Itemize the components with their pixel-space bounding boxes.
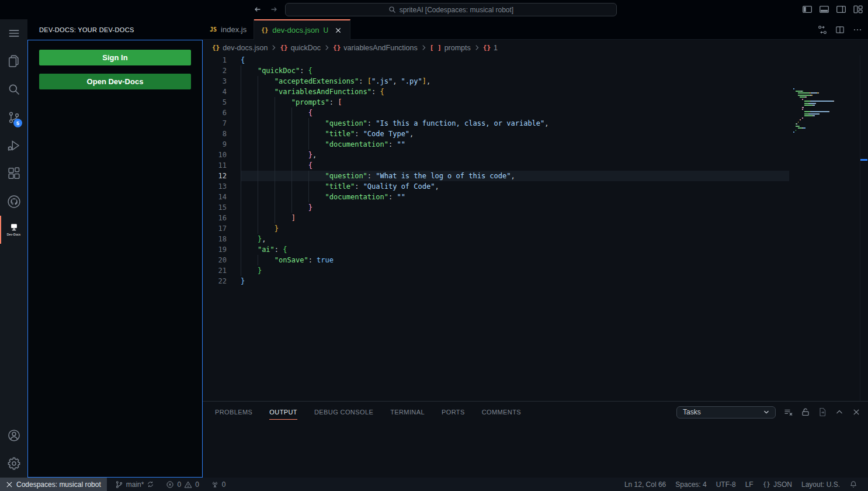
code-line-18[interactable]: }, (241, 234, 789, 244)
tab-dev-docs.json[interactable]: {}dev-docs.jsonU (254, 19, 350, 40)
chevron-right-icon (421, 44, 427, 51)
problems-status[interactable]: 0 0 (162, 478, 202, 491)
code-line-10[interactable]: }, (241, 150, 789, 160)
remote-label: Codespaces: musical robot (16, 480, 101, 489)
activity-item-github[interactable] (0, 188, 27, 216)
activity-item-dev-docs[interactable]: Dev-Docs (0, 216, 27, 244)
keyboard-layout-status[interactable]: Layout: U.S. (797, 478, 845, 491)
close-tab-icon[interactable] (334, 26, 343, 35)
overview-ruler[interactable] (860, 55, 868, 401)
code-line-4[interactable]: "variablesAndFunctions": { (241, 87, 789, 97)
code-line-2[interactable]: "quickDoc": { (241, 65, 789, 76)
lock-icon[interactable] (801, 407, 810, 417)
navigate-forward-button[interactable] (269, 4, 279, 15)
code-line-6[interactable]: { (241, 108, 789, 118)
activity-item-explorer[interactable] (0, 47, 27, 75)
panel-tab-terminal[interactable]: TERMINAL (390, 402, 425, 423)
code-line-8[interactable]: "title": "Code Type", (241, 129, 789, 139)
panel-tab-comments[interactable]: COMMENTS (482, 402, 521, 423)
code-editor[interactable]: 12345678910111213141516171819202122 {"qu… (203, 55, 868, 401)
indent-guide (275, 139, 275, 150)
activity-item-extensions[interactable] (0, 160, 27, 188)
minimap-indent (793, 119, 800, 120)
git-branch-icon (115, 480, 123, 489)
code-line-15[interactable]: } (241, 202, 789, 213)
activity-item-run-and-debug[interactable] (0, 132, 27, 160)
chevron-down-icon (762, 408, 770, 416)
open-changes-icon[interactable] (818, 25, 827, 34)
code-line-21[interactable]: } (241, 265, 789, 276)
minimap-indent (793, 105, 804, 106)
more-actions-icon[interactable] (853, 25, 862, 34)
navigate-back-button[interactable] (252, 4, 263, 15)
indent-guide (258, 108, 258, 118)
minimap-token (796, 130, 797, 131)
minimap[interactable] (793, 88, 859, 134)
code-token: } (308, 203, 313, 212)
git-branch-status[interactable]: main* (112, 478, 158, 491)
indentation-status[interactable]: Spaces: 4 (671, 478, 711, 491)
code-line-12[interactable]: "question": "What is the log o of this c… (241, 171, 789, 181)
minimap-line (793, 127, 859, 129)
sign-in-button[interactable]: Sign In (39, 50, 191, 65)
code-line-22[interactable]: } (241, 276, 789, 286)
line-number: 7 (203, 118, 241, 129)
activity-item-menu[interactable] (0, 19, 27, 47)
panel-tab-debug-console[interactable]: DEBUG CONSOLE (314, 402, 373, 423)
close-panel-icon[interactable] (852, 407, 861, 417)
encoding-status[interactable]: UTF-8 (711, 478, 741, 491)
minimap-indent (793, 99, 802, 100)
toggle-panel-icon[interactable] (819, 4, 829, 15)
ports-status[interactable]: 0 (207, 478, 230, 491)
code-token: { (380, 88, 384, 96)
breadcrumb-item-variablesAndFunctions[interactable]: {}variablesAndFunctions (333, 44, 418, 52)
code-token: , (511, 172, 515, 180)
code-line-19[interactable]: "ai": { (241, 244, 789, 255)
code-line-9[interactable]: "documentation": "" (241, 139, 789, 150)
panel-tab-problems[interactable]: PROBLEMS (215, 402, 252, 423)
indent-guide (241, 265, 241, 276)
open-output-in-editor-icon[interactable] (818, 407, 827, 417)
code-line-11[interactable]: { (241, 160, 789, 171)
code-line-1[interactable]: { (241, 55, 789, 65)
code-line-16[interactable]: ] (241, 213, 789, 223)
breadcrumb-item-prompts[interactable]: [ ]prompts (430, 44, 471, 52)
maximize-panel-icon[interactable] (835, 407, 844, 417)
toggle-primary-sidebar-icon[interactable] (802, 4, 813, 15)
split-editor-icon[interactable] (835, 25, 845, 34)
breadcrumb-item-quickDoc[interactable]: {}quickDoc (280, 44, 321, 52)
breadcrumb-item-1[interactable]: {}1 (483, 44, 498, 52)
activity-item-source-control[interactable]: 5 (0, 103, 27, 132)
minimap-token (802, 91, 803, 92)
breadcrumb-label: quickDoc (291, 44, 321, 52)
eol-status[interactable]: LF (741, 478, 758, 491)
code-line-14[interactable]: "documentation": "" (241, 192, 789, 202)
clear-output-icon[interactable] (784, 407, 793, 417)
code-line-20[interactable]: "onSave": true (241, 255, 789, 265)
activity-item-accounts[interactable] (0, 421, 27, 449)
line-number: 14 (203, 192, 241, 202)
code-line-5[interactable]: "prompts": [ (241, 97, 789, 108)
tab-index.js[interactable]: JSindex.js (203, 19, 254, 40)
minimap-indent (793, 96, 800, 98)
code-line-17[interactable]: } (241, 223, 789, 234)
code-line-13[interactable]: "title": "Quality of Code", (241, 181, 789, 192)
activity-item-settings[interactable] (0, 449, 27, 478)
open-dev-docs-button[interactable]: Open Dev-Docs (39, 74, 191, 89)
code-line-3[interactable]: "acceptedExtensions": [".js", ".py"], (241, 76, 789, 87)
customize-layout-icon[interactable] (853, 4, 863, 15)
indent-guide (241, 150, 241, 160)
remote-indicator[interactable]: Codespaces: musical robot (0, 478, 107, 491)
code-token: "documentation" (325, 140, 388, 148)
cursor-position-status[interactable]: Ln 12, Col 66 (620, 478, 671, 491)
toggle-secondary-sidebar-icon[interactable] (836, 4, 846, 15)
notifications-bell[interactable] (845, 478, 862, 491)
panel-tab-output[interactable]: OUTPUT (269, 402, 297, 423)
output-channel-select[interactable]: Tasks (676, 406, 776, 419)
code-line-7[interactable]: "question": "Is this a function, class, … (241, 118, 789, 129)
panel-tab-ports[interactable]: PORTS (442, 402, 465, 423)
activity-item-search[interactable] (0, 75, 27, 103)
language-mode-status[interactable]: {}JSON (758, 478, 797, 491)
breadcrumb-item-dev-docs.json[interactable]: {}dev-docs.json (212, 44, 268, 52)
command-center-search[interactable]: spriteAI [Codespaces: musical robot] (285, 3, 617, 16)
